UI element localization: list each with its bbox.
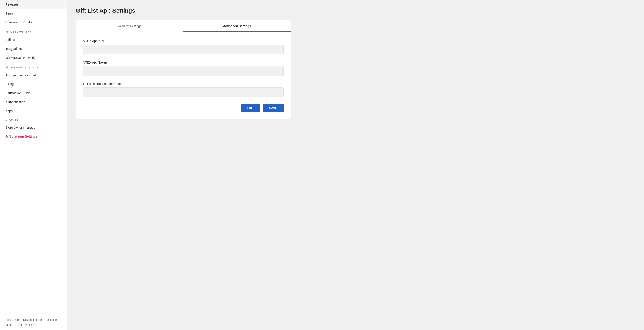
sidebar-item-gift-list-app-settings[interactable]: Gift List App Settings	[0, 132, 67, 141]
tab-label-advanced-settings: Advanced Settings	[223, 24, 251, 28]
chevron-icon-account-management: ›	[60, 74, 62, 77]
edit-button[interactable]: EDIT	[240, 104, 260, 112]
sidebar-item-marketplace-network[interactable]: Marketplace Network ›	[0, 53, 67, 62]
sidebar-item-releases[interactable]: Releases ›	[0, 0, 67, 9]
sidebar-item-label-checkout: Checkout UI Custom	[5, 21, 34, 24]
footer-link-use-beta[interactable]: Use beta	[47, 318, 58, 321]
sidebar-item-integrations[interactable]: Integrations ›	[0, 44, 67, 53]
sidebar-item-label-search: Search	[5, 12, 15, 15]
chevron-icon-search: ›	[60, 12, 62, 15]
sidebar-section-account-settings: ⚙ ACCOUNT SETTINGS Account management › …	[0, 62, 67, 115]
sidebar-item-label-satisfaction-survey: Satisfaction Survey	[5, 91, 32, 95]
sidebar-item-label-authentication: Authentication	[5, 100, 25, 104]
sidebar-item-label-marketplace-network: Marketplace Network	[5, 56, 35, 60]
card-body: VTEX App Key VTEX App Token List of secu…	[76, 32, 291, 120]
sidebar-item-label-store-owner: Store owner interface	[5, 126, 35, 129]
tab-label-account-settings: Account Settings	[118, 24, 141, 28]
sidebar-section-other: ••• OTHER Store owner interface Gift Lis…	[0, 115, 67, 141]
settings-tabs: Account Settings Advanced Settings	[76, 20, 291, 32]
sidebar-item-authentication[interactable]: Authentication	[0, 98, 67, 107]
chevron-icon-marketplace-network: ›	[60, 56, 62, 59]
sidebar-footer: Help Center Developer Portal Use beta St…	[0, 314, 67, 330]
input-vtex-app-key[interactable]	[83, 45, 284, 54]
sidebar-item-label-gift-list: Gift List App Settings	[5, 135, 37, 138]
chevron-icon-releases: ›	[60, 3, 62, 6]
footer-link-blog[interactable]: Blog	[16, 323, 22, 326]
form-actions: EDIT SAVE	[83, 104, 284, 112]
sidebar-item-account-management[interactable]: Account management ›	[0, 71, 67, 80]
footer-link-help-center[interactable]: Help Center	[5, 318, 20, 321]
chevron-icon-integrations: ›	[60, 47, 62, 50]
tab-account-settings[interactable]: Account Settings	[76, 21, 183, 32]
sidebar-nav: Releases › Search › Checkout UI Custom ⚙…	[0, 0, 67, 314]
sidebar: Releases › Search › Checkout UI Custom ⚙…	[0, 0, 67, 330]
form-group-vtex-app-key: VTEX App Key	[83, 39, 284, 54]
form-group-security-header-hooks: List of security header hooks	[83, 82, 284, 97]
sidebar-item-checkout-ui-custom[interactable]: Checkout UI Custom	[0, 18, 67, 27]
sidebar-section-title-marketplace: MARKETPLACE	[10, 31, 31, 34]
sidebar-item-apps[interactable]: Apps ›	[0, 107, 67, 115]
label-security-header-hooks: List of security header hooks	[83, 82, 284, 86]
sidebar-item-label-sellers: Sellers	[5, 38, 15, 42]
sidebar-item-sellers[interactable]: Sellers ›	[0, 35, 67, 44]
sidebar-item-label-integrations: Integrations	[5, 47, 22, 51]
label-vtex-app-key: VTEX App Key	[83, 39, 284, 43]
marketplace-icon: ⚙	[5, 31, 8, 34]
account-settings-icon: ⚙	[5, 66, 8, 69]
sidebar-section-label-marketplace: ⚙ MARKETPLACE	[0, 27, 67, 35]
chevron-icon-sellers: ›	[60, 38, 62, 41]
form-group-vtex-app-token: VTEX App Token	[83, 61, 284, 76]
sidebar-item-label-releases: Releases	[5, 3, 18, 6]
footer-link-developer-portal[interactable]: Developer Portal	[23, 318, 43, 321]
chevron-icon-apps: ›	[60, 109, 62, 113]
sidebar-item-search[interactable]: Search ›	[0, 9, 67, 18]
footer-link-vtex-com[interactable]: vtex.com	[26, 323, 36, 326]
tab-advanced-settings[interactable]: Advanced Settings	[183, 21, 291, 32]
sidebar-section-title-other: OTHER	[9, 119, 18, 122]
sidebar-item-label-billing: Billing	[5, 82, 14, 86]
input-security-header-hooks[interactable]	[83, 88, 284, 97]
page-title: Gift List App Settings	[76, 7, 635, 14]
sidebar-section-label-other: ••• OTHER	[0, 115, 67, 123]
sidebar-section-marketplace: ⚙ MARKETPLACE Sellers › Integrations › M…	[0, 27, 67, 62]
sidebar-item-label-apps: Apps	[5, 109, 12, 113]
sidebar-item-label-account-management: Account management	[5, 73, 36, 77]
chevron-icon-billing: ›	[60, 83, 62, 86]
sidebar-item-store-owner-interface[interactable]: Store owner interface	[0, 123, 67, 132]
label-vtex-app-token: VTEX App Token	[83, 61, 284, 64]
main-content: Gift List App Settings Account Settings …	[67, 0, 644, 330]
sidebar-item-satisfaction-survey[interactable]: Satisfaction Survey	[0, 89, 67, 98]
sidebar-section-top: Releases › Search › Checkout UI Custom	[0, 0, 67, 27]
settings-card: Account Settings Advanced Settings VTEX …	[76, 20, 291, 120]
footer-link-status[interactable]: Status	[5, 323, 13, 326]
sidebar-item-billing[interactable]: Billing ›	[0, 80, 67, 89]
sidebar-section-label-account-settings: ⚙ ACCOUNT SETTINGS	[0, 62, 67, 71]
save-button[interactable]: SAVE	[263, 104, 284, 112]
other-icon: •••	[5, 119, 7, 122]
sidebar-section-title-account-settings: ACCOUNT SETTINGS	[10, 66, 39, 69]
input-vtex-app-token[interactable]	[83, 66, 284, 76]
